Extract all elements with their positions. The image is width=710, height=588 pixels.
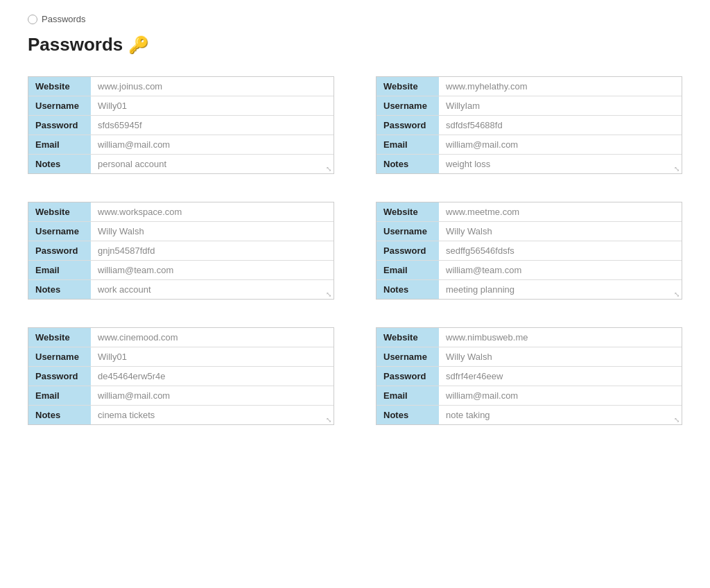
label-website: Website [28,77,91,96]
password-card-2: Website www.myhelathy.com Username Willy… [376,76,682,174]
value-email: william@mail.com [439,386,682,406]
card-row-email: Email william@mail.com [376,386,682,406]
value-password: sedffg56546fdsfs [439,241,682,261]
value-username: WillyIam [439,96,682,116]
breadcrumb-circle [28,15,37,24]
card-row-password: Password sdfrf4er46eew [376,367,682,386]
label-password: Password [376,367,439,386]
card-row-username: Username Willy Walsh [28,222,334,241]
card-row-website: Website www.nimbusweb.me [376,328,682,347]
label-notes: Notes [28,280,91,300]
value-password: sfds65945f [91,116,334,135]
resize-handle[interactable]: ⤡ [325,416,332,423]
value-email: william@team.com [439,261,682,280]
password-card-3: Website www.workspace.com Username Willy… [28,202,334,300]
card-row-username: Username Willy01 [28,96,334,116]
label-email: Email [28,135,91,155]
label-password: Password [28,241,91,261]
card-row-notes: Notes cinema tickets [28,406,334,425]
resize-handle[interactable]: ⤡ [673,291,680,297]
password-card-1: Website www.joinus.com Username Willy01 … [28,76,334,174]
label-username: Username [28,347,91,367]
label-notes: Notes [376,155,439,174]
value-website: www.meetme.com [439,202,682,222]
label-website: Website [376,328,439,347]
card-row-website: Website www.meetme.com [376,202,682,222]
label-notes: Notes [376,406,439,425]
value-username: Willy01 [91,347,334,367]
value-username: Willy01 [91,96,334,116]
value-website: www.nimbusweb.me [439,328,682,347]
label-website: Website [28,202,91,222]
value-email: william@mail.com [439,135,682,155]
label-notes: Notes [376,280,439,300]
card-row-username: Username Willy Walsh [376,222,682,241]
card-row-password: Password sedffg56546fdsfs [376,241,682,261]
breadcrumb-text: Passwords [42,14,86,24]
value-username: Willy Walsh [91,222,334,241]
label-password: Password [376,116,439,135]
label-password: Password [28,367,91,386]
label-username: Username [28,96,91,116]
card-row-email: Email william@mail.com [28,135,334,155]
card-row-username: Username Willy01 [28,347,334,367]
resize-handle[interactable]: ⤡ [673,416,680,423]
label-notes: Notes [28,155,91,174]
label-email: Email [376,261,439,280]
card-row-username: Username WillyIam [376,96,682,116]
card-row-email: Email william@mail.com [28,386,334,406]
value-password: gnjn54587fdfd [91,241,334,261]
card-row-website: Website www.workspace.com [28,202,334,222]
value-website: www.workspace.com [91,202,334,222]
value-email: william@mail.com [91,386,334,406]
card-row-website: Website www.myhelathy.com [376,77,682,96]
label-username: Username [28,222,91,241]
value-email: william@team.com [91,261,334,280]
card-row-notes: Notes note taking [376,406,682,425]
password-card-6: Website www.nimbusweb.me Username Willy … [376,327,682,425]
resize-handle[interactable]: ⤡ [673,165,680,172]
value-password: sdfrf4er46eew [439,367,682,386]
label-email: Email [28,386,91,406]
page-title: Passwords 🔑 [28,34,682,55]
label-password: Password [28,116,91,135]
label-email: Email [376,386,439,406]
value-username: Willy Walsh [439,347,682,367]
card-row-notes: Notes meeting planning [376,280,682,300]
value-email: william@mail.com [91,135,334,155]
value-website: www.joinus.com [91,77,334,96]
card-row-password: Password sfds65945f [28,116,334,135]
label-website: Website [28,328,91,347]
label-username: Username [376,222,439,241]
value-password: sdfdsf54688fd [439,116,682,135]
breadcrumb: Passwords [28,14,682,24]
label-username: Username [376,347,439,367]
card-row-website: Website www.joinus.com [28,77,334,96]
password-card-5: Website www.cinemood.com Username Willy0… [28,327,334,425]
label-password: Password [376,241,439,261]
card-row-username: Username Willy Walsh [376,347,682,367]
label-email: Email [376,135,439,155]
card-row-password: Password gnjn54587fdfd [28,241,334,261]
page-title-text: Passwords [28,34,123,55]
resize-handle[interactable]: ⤡ [325,291,332,297]
resize-handle[interactable]: ⤡ [325,165,332,172]
value-website: www.myhelathy.com [439,77,682,96]
value-website: www.cinemood.com [91,328,334,347]
value-password: de45464erw5r4e [91,367,334,386]
value-username: Willy Walsh [439,222,682,241]
label-website: Website [376,202,439,222]
card-row-website: Website www.cinemood.com [28,328,334,347]
value-notes: weight loss [439,155,682,174]
card-row-password: Password sdfdsf54688fd [376,116,682,135]
value-notes: meeting planning [439,280,682,300]
label-username: Username [376,96,439,116]
card-row-notes: Notes personal account [28,155,334,174]
card-row-password: Password de45464erw5r4e [28,367,334,386]
card-row-notes: Notes work account [28,280,334,300]
card-row-email: Email william@mail.com [376,135,682,155]
label-website: Website [376,77,439,96]
value-notes: personal account [91,155,334,174]
key-icon: 🔑 [128,35,149,55]
value-notes: note taking [439,406,682,425]
